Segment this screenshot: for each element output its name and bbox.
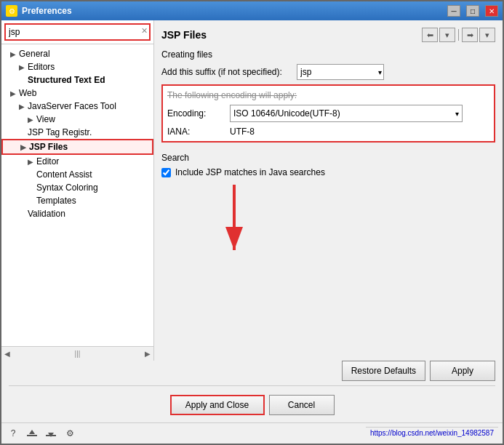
back-button[interactable]: ⬅ [422,28,438,42]
tree-item-label: Validation [28,209,65,219]
clear-search-icon[interactable]: ✕ [141,26,148,36]
encoding-description: The following encoding will apply: [167,90,297,100]
content-panel: JSP Files ⬅ ▾ ➡ ▾ Creating files Add thi… [154,20,503,361]
tree-area: ▶ General ▶ Editors Structured Text Ed ▶… [1,44,153,346]
tree-item-general[interactable]: ▶ General [1,47,153,60]
tree-item-templates[interactable]: Templates [1,194,153,207]
restore-defaults-button[interactable]: Restore Defaults [342,361,425,381]
minimize-button[interactable]: ─ [447,5,460,17]
tree-item-label: JSP Tag Registr. [28,127,92,137]
tree-item-label: Editors [28,62,55,72]
iana-value: UTF-8 [230,127,255,137]
back-dropdown-button[interactable]: ▾ [439,28,455,42]
encoding-label-row: The following encoding will apply: [167,90,489,100]
suffix-row: Add this suffix (if not specified): jsp … [161,64,495,80]
tree-item-label: Structured Text Ed [28,75,105,85]
tree-item-content-assist[interactable]: Content Assist [1,168,153,181]
expand-icon: ▶ [28,116,33,124]
tree-item-label: View [36,114,55,124]
encoding-select[interactable]: ISO 10646/Unicode(UTF-8) [231,105,462,121]
svg-marker-4 [29,430,35,434]
tree-item-label: General [19,49,50,59]
tree-item-label: Templates [36,196,76,206]
suffix-combo[interactable]: jsp ▾ [297,64,384,80]
include-jsp-checkbox[interactable] [161,168,171,177]
close-button[interactable]: ✕ [485,5,498,17]
apply-button[interactable]: Apply [430,361,495,381]
tree-item-label: Web [19,88,36,98]
encoding-combo[interactable]: ISO 10646/Unicode(UTF-8) ▾ [230,105,463,122]
scroll-indicator: ||| [16,350,139,358]
tree-item-view[interactable]: ▶ View [1,113,153,126]
suffix-select[interactable]: jsp [300,67,380,77]
search-box: ✕ [1,20,153,44]
tree-item-label: Editor [36,156,59,167]
footer-divider [9,385,495,386]
status-url: https://blog.csdn.net/weixin_14982587 [366,427,498,440]
expand-icon: ▶ [20,143,26,151]
tree-item-jsp-tag-registry[interactable]: JSP Tag Registr. [1,126,153,139]
tree-item-label: JavaServer Faces Tool [28,101,116,111]
dialog-icon: ⚙ [6,5,17,17]
suffix-label: Add this suffix (if not specified): [161,67,292,77]
export-icon[interactable] [44,426,58,441]
tree-item-editor[interactable]: ▶ Editor [1,155,153,168]
search-section: Search Include JSP matches in Java searc… [161,153,495,177]
encoding-combo-row: Encoding: ISO 10646/Unicode(UTF-8) ▾ [167,105,489,122]
tree-item-validation[interactable]: Validation [1,207,153,220]
include-jsp-label: Include JSP matches in Java searches [175,167,325,177]
include-jsp-matches-row: Include JSP matches in Java searches [161,167,495,177]
settings-icon[interactable]: ⚙ [63,426,77,441]
expand-icon: ▶ [19,63,25,71]
iana-row: IANA: UTF-8 [167,127,489,137]
expand-icon: ▶ [10,50,16,58]
expand-icon: ▶ [10,89,16,97]
apply-and-close-button[interactable]: Apply and Close [170,395,265,415]
svg-rect-3 [27,435,37,436]
forward-button[interactable]: ➡ [462,28,478,42]
encoding-field-label: Encoding: [167,108,225,119]
content-header: JSP Files ⬅ ▾ ➡ ▾ [161,28,495,42]
sidebar-scroll-controls: ◀ ||| ▶ [1,346,153,361]
iana-label: IANA: [167,127,225,137]
import-icon[interactable] [25,426,39,441]
section-creating-label: Creating files [161,49,495,60]
main-area: ✕ ▶ General ▶ Editors Structured Text Ed… [1,20,503,361]
title-bar: ⚙ Preferences ─ □ ✕ [1,1,503,20]
bottom-toolbar: ? ⚙ https://blog.csdn.net/weixin_1498258… [1,422,503,444]
expand-icon: ▶ [19,103,25,111]
encoding-section: The following encoding will apply: Encod… [161,84,495,143]
tree-item-editors[interactable]: ▶ Editors [1,60,153,73]
section-search-label: Search [161,153,495,163]
forward-dropdown-button[interactable]: ▾ [479,28,495,42]
annotation-area [161,177,495,353]
expand-icon: ▶ [28,158,33,166]
tree-item-label: Content Assist [36,169,92,180]
maximize-button[interactable]: □ [466,5,479,17]
dialog-title: Preferences [22,6,441,16]
tree-item-javaserver-faces[interactable]: ▶ JavaServer Faces Tool [1,100,153,113]
help-icon[interactable]: ? [6,426,20,441]
scroll-right-icon[interactable]: ▶ [145,350,151,358]
tree-item-label: Syntax Coloring [36,183,98,193]
tree-item-label: JSP Files [29,142,68,152]
footer-area: Restore Defaults Apply Apply and Close C… [1,361,503,422]
annotation-arrows [176,177,336,294]
tree-item-syntax-coloring[interactable]: Syntax Coloring [1,181,153,194]
tree-item-jsp-files[interactable]: ▶ JSP Files [1,139,153,155]
search-input[interactable] [4,23,151,41]
footer-row1: Restore Defaults Apply [9,361,495,381]
panel-title: JSP Files [161,29,207,41]
preferences-dialog: ⚙ Preferences ─ □ ✕ ✕ ▶ General ▶ Editor… [0,0,504,445]
footer-row2: Apply and Close Cancel [9,395,495,415]
scroll-left-icon[interactable]: ◀ [4,350,10,358]
cancel-button[interactable]: Cancel [269,395,335,415]
nav-buttons: ⬅ ▾ ➡ ▾ [422,28,495,42]
tree-item-structured-text[interactable]: Structured Text Ed [1,73,153,87]
sidebar: ✕ ▶ General ▶ Editors Structured Text Ed… [1,20,154,361]
tree-item-web[interactable]: ▶ Web [1,87,153,100]
